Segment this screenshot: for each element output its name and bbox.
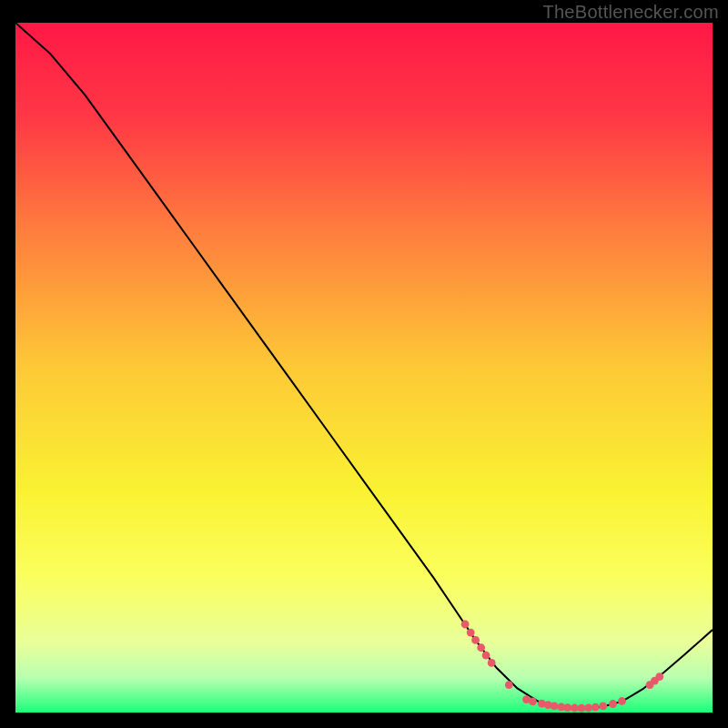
curve-marker: [655, 672, 663, 681]
curve-marker: [488, 659, 496, 667]
curve-marker: [571, 704, 579, 713]
bottleneck-curve-chart: [15, 23, 713, 713]
curve-marker: [505, 681, 513, 689]
curve-marker: [482, 652, 490, 660]
curve-marker: [529, 697, 537, 705]
curve-marker: [477, 643, 485, 652]
chart-frame: TheBottlenecker.com: [0, 0, 728, 728]
curve-marker: [461, 621, 470, 629]
curve-marker: [471, 636, 480, 644]
curve-marker: [599, 702, 607, 710]
curve-marker: [578, 704, 586, 713]
watermark-text: TheBottlenecker.com: [542, 2, 719, 23]
curve-marker: [584, 703, 592, 712]
gradient-background: [15, 23, 713, 713]
curve-marker: [592, 703, 600, 712]
curve-marker: [609, 700, 617, 708]
plot-area: [15, 23, 713, 713]
curve-marker: [563, 703, 571, 712]
curve-marker: [618, 697, 626, 705]
curve-marker: [551, 702, 559, 710]
curve-marker: [467, 629, 475, 637]
